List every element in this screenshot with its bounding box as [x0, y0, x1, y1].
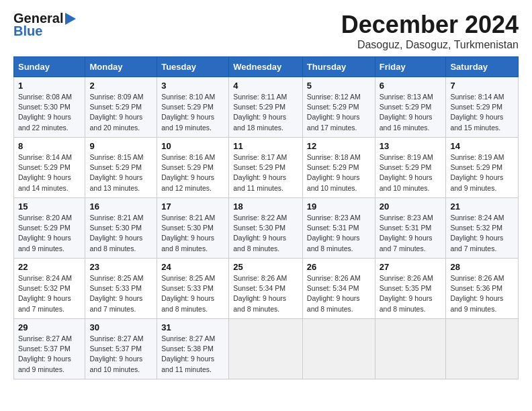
- day-number: 10: [161, 141, 224, 151]
- day-number: 7: [450, 81, 514, 91]
- table-row: 15Sunrise: 8:20 AMSunset: 5:29 PMDayligh…: [14, 198, 85, 259]
- day-info: Sunrise: 8:25 AMSunset: 5:33 PMDaylight:…: [89, 273, 152, 314]
- day-info: Sunrise: 8:13 AMSunset: 5:29 PMDaylight:…: [380, 92, 442, 133]
- day-number: 29: [18, 322, 81, 332]
- day-number: 16: [89, 201, 152, 212]
- day-number: 5: [307, 81, 371, 91]
- calendar-title-area: December 2024 Dasoguz, Dasoguz, Turkmeni…: [341, 11, 519, 51]
- day-number: 18: [233, 201, 298, 212]
- day-info: Sunrise: 8:26 AMSunset: 5:36 PMDaylight:…: [450, 273, 514, 314]
- page-header: General Blue December 2024 Dasoguz, Daso…: [13, 11, 519, 51]
- day-number: 22: [18, 262, 81, 272]
- day-info: Sunrise: 8:10 AMSunset: 5:29 PMDaylight:…: [161, 92, 224, 133]
- day-number: 1: [18, 81, 81, 91]
- table-row: 28Sunrise: 8:26 AMSunset: 5:36 PMDayligh…: [446, 259, 519, 319]
- day-info: Sunrise: 8:19 AMSunset: 5:29 PMDaylight:…: [450, 152, 514, 193]
- day-info: Sunrise: 8:16 AMSunset: 5:29 PMDaylight:…: [161, 152, 224, 193]
- day-number: 25: [233, 262, 298, 272]
- day-info: Sunrise: 8:23 AMSunset: 5:31 PMDaylight:…: [380, 213, 442, 254]
- table-row: 8Sunrise: 8:14 AMSunset: 5:29 PMDaylight…: [14, 138, 85, 198]
- table-row: 31Sunrise: 8:27 AMSunset: 5:38 PMDayligh…: [157, 319, 229, 379]
- calendar-table: Sunday Monday Tuesday Wednesday Thursday…: [13, 56, 519, 379]
- location-subtitle: Dasoguz, Dasoguz, Turkmenistan: [341, 39, 519, 51]
- table-row: 21Sunrise: 8:24 AMSunset: 5:32 PMDayligh…: [446, 198, 519, 259]
- table-row: 18Sunrise: 8:22 AMSunset: 5:30 PMDayligh…: [229, 198, 303, 259]
- day-number: 20: [380, 201, 442, 212]
- day-number: 3: [161, 81, 224, 91]
- col-sunday: Sunday: [14, 57, 85, 77]
- table-row: 20Sunrise: 8:23 AMSunset: 5:31 PMDayligh…: [375, 198, 446, 259]
- logo-blue: Blue: [13, 24, 42, 39]
- calendar-week-row: 22Sunrise: 8:24 AMSunset: 5:32 PMDayligh…: [14, 259, 519, 319]
- day-info: Sunrise: 8:14 AMSunset: 5:29 PMDaylight:…: [18, 152, 81, 193]
- table-row: 13Sunrise: 8:19 AMSunset: 5:29 PMDayligh…: [375, 138, 446, 198]
- day-info: Sunrise: 8:25 AMSunset: 5:33 PMDaylight:…: [161, 273, 224, 314]
- col-saturday: Saturday: [446, 57, 519, 77]
- table-row: 30Sunrise: 8:27 AMSunset: 5:37 PMDayligh…: [85, 319, 157, 379]
- col-friday: Friday: [375, 57, 446, 77]
- day-number: 15: [18, 201, 81, 212]
- day-info: Sunrise: 8:14 AMSunset: 5:29 PMDaylight:…: [450, 92, 514, 133]
- day-number: 2: [89, 81, 152, 91]
- table-row: 5Sunrise: 8:12 AMSunset: 5:29 PMDaylight…: [302, 77, 375, 138]
- logo-arrow-icon: [65, 13, 76, 25]
- table-row: 10Sunrise: 8:16 AMSunset: 5:29 PMDayligh…: [157, 138, 229, 198]
- day-number: 19: [307, 201, 371, 212]
- day-info: Sunrise: 8:11 AMSunset: 5:29 PMDaylight:…: [233, 92, 298, 133]
- day-number: 12: [307, 141, 371, 151]
- day-info: Sunrise: 8:26 AMSunset: 5:34 PMDaylight:…: [307, 273, 371, 314]
- day-info: Sunrise: 8:19 AMSunset: 5:29 PMDaylight:…: [380, 152, 442, 193]
- day-info: Sunrise: 8:18 AMSunset: 5:29 PMDaylight:…: [307, 152, 371, 193]
- table-row: 6Sunrise: 8:13 AMSunset: 5:29 PMDaylight…: [375, 77, 446, 138]
- day-info: Sunrise: 8:22 AMSunset: 5:30 PMDaylight:…: [233, 213, 298, 254]
- col-monday: Monday: [85, 57, 157, 77]
- table-row: 2Sunrise: 8:09 AMSunset: 5:29 PMDaylight…: [85, 77, 157, 138]
- table-row: 29Sunrise: 8:27 AMSunset: 5:37 PMDayligh…: [14, 319, 85, 379]
- day-number: 24: [161, 262, 224, 272]
- day-number: 11: [233, 141, 298, 151]
- day-info: Sunrise: 8:26 AMSunset: 5:34 PMDaylight:…: [233, 273, 298, 314]
- table-row: 12Sunrise: 8:18 AMSunset: 5:29 PMDayligh…: [302, 138, 375, 198]
- calendar-week-row: 29Sunrise: 8:27 AMSunset: 5:37 PMDayligh…: [14, 319, 519, 379]
- table-row: 1Sunrise: 8:08 AMSunset: 5:30 PMDaylight…: [14, 77, 85, 138]
- col-wednesday: Wednesday: [229, 57, 303, 77]
- day-number: 31: [161, 322, 224, 332]
- col-tuesday: Tuesday: [157, 57, 229, 77]
- table-row: 23Sunrise: 8:25 AMSunset: 5:33 PMDayligh…: [85, 259, 157, 319]
- day-number: 23: [89, 262, 152, 272]
- table-row: 9Sunrise: 8:15 AMSunset: 5:29 PMDaylight…: [85, 138, 157, 198]
- col-thursday: Thursday: [302, 57, 375, 77]
- day-number: 9: [89, 141, 152, 151]
- day-info: Sunrise: 8:27 AMSunset: 5:38 PMDaylight:…: [161, 334, 224, 375]
- table-row: 16Sunrise: 8:21 AMSunset: 5:30 PMDayligh…: [85, 198, 157, 259]
- day-number: 26: [307, 262, 371, 272]
- table-row: 24Sunrise: 8:25 AMSunset: 5:33 PMDayligh…: [157, 259, 229, 319]
- table-row: 22Sunrise: 8:24 AMSunset: 5:32 PMDayligh…: [14, 259, 85, 319]
- day-number: 17: [161, 201, 224, 212]
- calendar-week-row: 1Sunrise: 8:08 AMSunset: 5:30 PMDaylight…: [14, 77, 519, 138]
- day-info: Sunrise: 8:27 AMSunset: 5:37 PMDaylight:…: [18, 334, 81, 375]
- day-info: Sunrise: 8:24 AMSunset: 5:32 PMDaylight:…: [450, 213, 514, 254]
- day-number: 6: [380, 81, 442, 91]
- day-number: 4: [233, 81, 298, 91]
- table-row: 3Sunrise: 8:10 AMSunset: 5:29 PMDaylight…: [157, 77, 229, 138]
- calendar-week-row: 15Sunrise: 8:20 AMSunset: 5:29 PMDayligh…: [14, 198, 519, 259]
- table-row: 7Sunrise: 8:14 AMSunset: 5:29 PMDaylight…: [446, 77, 519, 138]
- day-info: Sunrise: 8:08 AMSunset: 5:30 PMDaylight:…: [18, 92, 81, 133]
- day-info: Sunrise: 8:21 AMSunset: 5:30 PMDaylight:…: [89, 213, 152, 254]
- day-number: 13: [380, 141, 442, 151]
- day-info: Sunrise: 8:20 AMSunset: 5:29 PMDaylight:…: [18, 213, 81, 254]
- day-info: Sunrise: 8:17 AMSunset: 5:29 PMDaylight:…: [233, 152, 298, 193]
- table-row: 26Sunrise: 8:26 AMSunset: 5:34 PMDayligh…: [302, 259, 375, 319]
- table-row: 27Sunrise: 8:26 AMSunset: 5:35 PMDayligh…: [375, 259, 446, 319]
- day-info: Sunrise: 8:15 AMSunset: 5:29 PMDaylight:…: [89, 152, 152, 193]
- table-row: 25Sunrise: 8:26 AMSunset: 5:34 PMDayligh…: [229, 259, 303, 319]
- month-title: December 2024: [341, 11, 519, 39]
- day-info: Sunrise: 8:27 AMSunset: 5:37 PMDaylight:…: [89, 334, 152, 375]
- day-info: Sunrise: 8:26 AMSunset: 5:35 PMDaylight:…: [380, 273, 442, 314]
- day-info: Sunrise: 8:12 AMSunset: 5:29 PMDaylight:…: [307, 92, 371, 133]
- day-number: 14: [450, 141, 514, 151]
- table-row: [446, 319, 519, 379]
- calendar-header-row: Sunday Monday Tuesday Wednesday Thursday…: [14, 57, 519, 77]
- day-number: 21: [450, 201, 514, 212]
